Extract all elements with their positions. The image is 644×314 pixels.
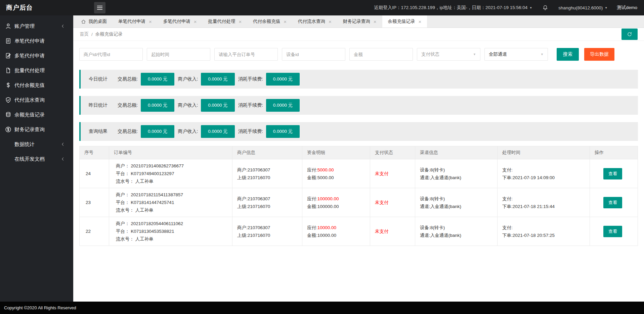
filter-input[interactable] <box>79 48 143 61</box>
breadcrumb-home-link[interactable]: 首页 <box>80 31 89 37</box>
sidebar-item[interactable]: 在线开发文档 <box>0 152 73 166</box>
login-info-dropdown[interactable]: 近期登入IP：172.105.228.199，ip地址：美国-，日期：2021-… <box>374 5 532 11</box>
doc-text-icon <box>5 38 11 44</box>
cell-line: 通道:入金通道(bank) <box>420 203 492 210</box>
username: shanghu(80412.6000) <box>558 5 603 10</box>
amount-line: 金额:10000.00 <box>307 231 365 239</box>
cell-line: 流水号： 人工补单 <box>116 235 227 243</box>
filter-input[interactable] <box>282 48 345 61</box>
cell-line: 设备:8(转卡) <box>420 195 492 203</box>
filter-select[interactable]: 全部通道 ▼ <box>484 48 548 61</box>
cell-seq: 24 <box>80 159 109 188</box>
stat-metric-value-badge: 0.0000 元 <box>266 125 300 138</box>
close-icon[interactable]: × <box>374 19 377 24</box>
cell-line: 支付: <box>502 166 585 174</box>
sidebar-item[interactable]: 账户管理 <box>0 19 73 34</box>
records-table: 序号订单编号商户信息资金明细支付状态渠道信息处理时间操作 24 商户： 2021… <box>79 146 638 246</box>
filter-select[interactable]: 支付状态 ▼ <box>417 48 480 61</box>
filter-input[interactable] <box>214 48 278 61</box>
cell-process-time: 支付:下单:2021-07-18 20:57:25 <box>498 217 590 246</box>
close-icon[interactable]: × <box>239 19 242 24</box>
close-icon[interactable]: × <box>149 19 152 24</box>
cell-pay-status: 未支付 <box>370 217 415 246</box>
tab-label: 我的桌面 <box>89 18 107 24</box>
close-icon[interactable]: × <box>194 19 197 24</box>
breadcrumb-separator: / <box>91 32 93 37</box>
stats-row-title: 今日统计 <box>89 76 108 82</box>
stats-area: 今日统计 交易总额: 0.0000 元 商户收入: 0.0000 元 消耗手续费… <box>79 70 638 141</box>
dollar-icon <box>5 82 11 89</box>
stat-metric: 商户收入: 0.0000 元 <box>178 99 234 112</box>
export-data-button[interactable]: 导出数据 <box>584 48 614 61</box>
tab[interactable]: 余额充值记录 × <box>382 15 427 28</box>
stat-metric-label: 消耗手续费: <box>238 76 263 82</box>
stat-metric-value-badge: 0.0000 元 <box>266 73 300 86</box>
cell-channel-info: 设备:8(转卡)通道:入金通道(bank) <box>415 159 498 188</box>
refresh-button[interactable] <box>621 29 638 40</box>
close-icon[interactable]: × <box>329 19 332 24</box>
tab-label: 批量代付处理 <box>208 18 235 24</box>
payable-label: 应付: <box>307 196 317 201</box>
amount-line: 金额:100000.00 <box>307 203 365 210</box>
sidebar-item-label: 账户管理 <box>14 23 35 30</box>
sidebar-item[interactable]: 批量代付处理 <box>0 63 73 78</box>
tab-label: 余额充值记录 <box>388 18 415 24</box>
search-button[interactable]: 搜索 <box>557 48 579 61</box>
payable-line: 应付:5000.00 <box>307 166 365 174</box>
cell-line: 下单:2021-07-18 21:15:44 <box>502 203 585 210</box>
notification-bell-icon[interactable] <box>542 5 548 11</box>
stats-row-title: 昨日统计 <box>89 102 108 108</box>
cell-line: 平台： K0719749400123297 <box>116 170 227 177</box>
cell-line: 支付: <box>502 195 585 203</box>
view-button[interactable]: 查看 <box>603 197 622 208</box>
file-icon <box>5 67 11 74</box>
cell-line: 上级:210716070 <box>237 203 297 210</box>
tab[interactable]: 我的桌面 <box>75 15 113 28</box>
stat-metric-label: 交易总额: <box>118 76 138 82</box>
table-row: 23 商户： 202107182115411387857平台： K0718141… <box>80 188 638 217</box>
tab-label: 单笔代付申请 <box>118 18 145 24</box>
stat-metric: 交易总额: 0.0000 元 <box>118 73 174 86</box>
sidebar-item[interactable]: 数据统计 <box>0 137 73 152</box>
hamburger-menu-icon[interactable] <box>94 2 105 13</box>
chevron-down-icon: ▼ <box>529 6 532 9</box>
sidebar-item[interactable]: 代付流水查询 <box>0 93 73 107</box>
tab[interactable]: 财务记录查询 × <box>337 15 382 28</box>
dollar-circle-icon <box>5 126 11 133</box>
tab-label: 多笔代付申请 <box>163 18 190 24</box>
hamburger-bars <box>97 7 102 8</box>
tab[interactable]: 代付余额充值 × <box>247 15 292 28</box>
sidebar-item[interactable]: 多笔代付申请 <box>0 48 73 63</box>
pay-status-text: 未支付 <box>375 171 389 176</box>
tab[interactable]: 代付流水查询 × <box>292 15 337 28</box>
cell-line: 上级:210716070 <box>237 174 297 181</box>
header-right: 近期登入IP：172.105.228.199，ip地址：美国-，日期：2021-… <box>374 5 644 11</box>
sidebar-item[interactable]: 单笔代付申请 <box>0 34 73 48</box>
tab[interactable]: 批量代付处理 × <box>203 15 248 28</box>
chevron-down-icon: ▼ <box>541 53 544 56</box>
pay-status-text: 未支付 <box>375 229 389 234</box>
tab[interactable]: 单笔代付申请 × <box>113 15 158 28</box>
close-icon[interactable]: × <box>284 19 287 24</box>
sidebar-item[interactable]: 财务记录查询 <box>0 122 73 137</box>
stat-metric-label: 商户收入: <box>178 76 198 82</box>
sidebar-item[interactable]: 余额充值记录 <box>0 107 73 122</box>
demo-link[interactable]: 测试demo <box>617 5 637 11</box>
sidebar-item[interactable]: 代付余额充值 <box>0 78 73 93</box>
tab[interactable]: 多笔代付申请 × <box>158 15 203 28</box>
user-dropdown[interactable]: shanghu(80412.6000) ▼ <box>558 5 607 10</box>
view-button[interactable]: 查看 <box>603 226 622 237</box>
stats-metrics: 交易总额: 0.0000 元 商户收入: 0.0000 元 消耗手续费: 0.0… <box>118 99 303 112</box>
filter-input[interactable] <box>147 48 210 61</box>
stats-row: 昨日统计 交易总额: 0.0000 元 商户收入: 0.0000 元 消耗手续费… <box>79 96 638 115</box>
amount-line: 金额:5000.00 <box>307 174 365 181</box>
breadcrumb-current: 余额充值记录 <box>95 31 123 37</box>
view-button[interactable]: 查看 <box>603 168 622 179</box>
filter-select-value: 支付状态 <box>421 51 439 57</box>
cell-line: 流水号： 人工补单 <box>116 206 227 214</box>
database-icon <box>5 112 11 118</box>
cell-order-number: 商户： 202107191408262736677平台： K0719749400… <box>109 159 232 188</box>
close-icon[interactable]: × <box>419 19 422 24</box>
cell-line: 平台： K0718141447425741 <box>116 199 227 206</box>
filter-input[interactable] <box>349 48 413 61</box>
